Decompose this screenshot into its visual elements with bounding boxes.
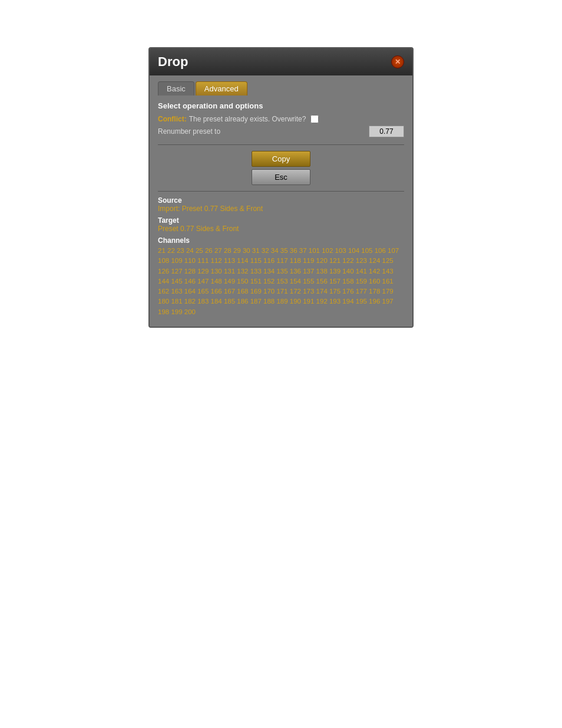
dialog-body: Basic Advanced Select operation and opti… [150, 75, 412, 327]
copy-button[interactable]: Copy [252, 151, 310, 167]
target-label: Target [158, 216, 404, 225]
dialog-title: Drop [158, 54, 188, 70]
close-button[interactable]: ✕ [391, 55, 404, 68]
conflict-text: The preset already exists. Overwrite? [189, 115, 306, 123]
title-bar: Drop ✕ [150, 48, 412, 75]
drop-dialog: Drop ✕ Basic Advanced Select operation a… [148, 47, 414, 328]
tabs-container: Basic Advanced [158, 81, 404, 95]
tab-basic[interactable]: Basic [158, 81, 194, 95]
section-title: Select operation and options [158, 101, 404, 110]
channels-value: 21 22 23 24 25 26 27 28 29 30 31 32 34 3… [158, 246, 404, 317]
renumber-input[interactable] [369, 126, 404, 137]
target-value: Preset 0.77 Sides & Front [158, 225, 404, 233]
buttons-container: Copy Esc [158, 151, 404, 185]
renumber-label: Renumber preset to [158, 127, 369, 136]
conflict-checkbox[interactable] [310, 115, 319, 123]
channels-label: Channels [158, 236, 404, 245]
info-section: Source Import: Preset 0.77 Sides & Front… [158, 196, 404, 317]
tab-advanced[interactable]: Advanced [196, 81, 247, 95]
source-label: Source [158, 196, 404, 205]
renumber-row: Renumber preset to [158, 126, 404, 137]
conflict-label: Conflict: [158, 115, 187, 123]
separator-2 [158, 191, 404, 192]
conflict-row: Conflict: The preset already exists. Ove… [158, 115, 404, 123]
separator-1 [158, 144, 404, 145]
source-value: Import: Preset 0.77 Sides & Front [158, 205, 404, 213]
esc-button[interactable]: Esc [252, 169, 310, 185]
